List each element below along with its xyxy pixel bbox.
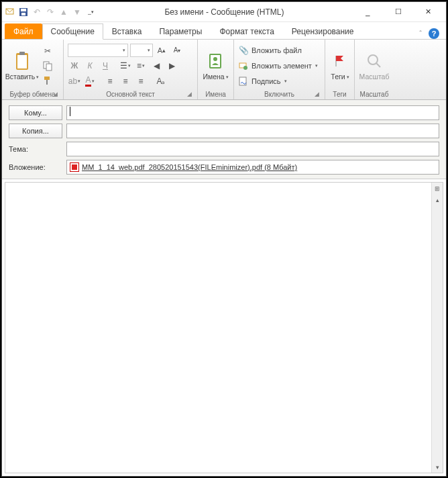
message-header-fields: Кому... Копия... Тема: Вложение: MM_1_14… [2, 100, 446, 179]
indent-left-icon[interactable]: ◀ [150, 59, 163, 73]
bullets-icon[interactable]: ☰▾ [119, 59, 132, 73]
attach-file-button[interactable]: 📎 Вложить файл [238, 44, 318, 57]
align-left-icon[interactable]: ≡ [103, 75, 117, 88]
clipboard-group-label: Буфер обмена [10, 91, 56, 98]
vertical-scrollbar[interactable]: ⊞ ▴ ▾ [431, 183, 443, 473]
cc-input[interactable] [66, 124, 439, 138]
attach-item-icon [238, 60, 249, 71]
group-basic-text: ▾ ▾ A▴ A▾ Ж К Ч ☰▾ ≡▾ ◀ ▶ [64, 40, 198, 99]
send-receive-icon[interactable] [5, 7, 15, 17]
svg-rect-2 [21, 9, 26, 11]
zoom-button[interactable]: Масштаб [359, 44, 390, 88]
group-include: 📎 Вложить файл Вложить элемент▾ Подпи [234, 40, 325, 99]
maximize-button[interactable]: ☐ [383, 3, 413, 21]
clipboard-icon [11, 50, 33, 72]
tab-message[interactable]: Сообщение [42, 23, 103, 40]
tab-insert[interactable]: Вставка [103, 23, 151, 39]
svg-rect-3 [21, 13, 25, 15]
paste-button[interactable]: Вставить▾ [6, 44, 38, 88]
svg-point-13 [213, 57, 217, 61]
minimize-ribbon-icon[interactable]: ˆ [415, 28, 426, 39]
subject-input[interactable] [66, 142, 439, 156]
minimize-button[interactable]: ⎯ [353, 3, 383, 21]
attachment-size: (8 Мбайт) [264, 163, 297, 171]
italic-icon[interactable]: К [83, 59, 97, 73]
clear-format-icon[interactable]: Aₐ [154, 75, 168, 88]
svg-point-17 [368, 55, 378, 64]
tab-file[interactable]: Файл [5, 23, 42, 39]
svg-rect-5 [17, 55, 27, 68]
attach-item-button[interactable]: Вложить элемент▾ [238, 59, 318, 73]
prev-icon[interactable]: ▲ [58, 7, 69, 17]
pdf-icon [70, 162, 79, 172]
shrink-font-icon[interactable]: A▾ [170, 44, 184, 57]
align-center-icon[interactable]: ≡ [119, 75, 132, 88]
indent-right-icon[interactable]: ▶ [165, 59, 178, 73]
tags-group-label: Теги [329, 90, 350, 99]
help-icon[interactable]: ? [429, 28, 439, 39]
grow-font-icon[interactable]: A▴ [155, 44, 168, 57]
message-body-wrap: ⊞ ▴ ▾ [5, 182, 443, 473]
undo-icon[interactable]: ↶ [32, 7, 42, 17]
window-controls: ⎯ ☐ ✕ [353, 3, 443, 21]
cut-icon[interactable]: ✂ [41, 44, 54, 58]
svg-point-15 [243, 66, 247, 70]
close-button[interactable]: ✕ [413, 3, 443, 21]
tab-options[interactable]: Параметры [150, 23, 211, 39]
attachment-label: Вложение: [9, 163, 62, 171]
to-button[interactable]: Кому... [9, 105, 62, 120]
svg-rect-6 [19, 52, 25, 55]
next-icon[interactable]: ▼ [72, 7, 82, 17]
basictext-dialog-launcher[interactable]: ◢ [185, 91, 193, 99]
save-icon[interactable] [18, 7, 29, 17]
qat-customize-icon[interactable]: ⎯▾ [85, 7, 96, 17]
format-painter-icon[interactable] [41, 74, 54, 87]
cc-button[interactable]: Копия... [9, 124, 62, 138]
include-group-label: Включить [264, 91, 294, 98]
font-size-combo[interactable]: ▾ [130, 44, 153, 57]
clipboard-dialog-launcher[interactable]: ◢ [51, 91, 59, 99]
group-clipboard: Вставить▾ ✂ Буфер обмена◢ [2, 40, 64, 99]
svg-rect-10 [46, 80, 48, 85]
align-right-icon[interactable]: ≡ [134, 75, 148, 88]
underline-icon[interactable]: Ч [99, 59, 112, 73]
svg-rect-8 [46, 64, 52, 70]
group-zoom: Масштаб Масштаб [355, 40, 394, 99]
basictext-group-label: Основной текст [106, 91, 155, 98]
magnifier-icon [363, 50, 385, 72]
zoom-group-label: Масштаб [359, 90, 390, 99]
address-book-button[interactable]: Имена▾ [202, 44, 229, 88]
numbering-icon[interactable]: ≡▾ [134, 59, 148, 73]
copy-icon[interactable] [41, 59, 54, 73]
tags-button[interactable]: Теги▾ [329, 44, 351, 88]
to-input[interactable] [66, 105, 439, 120]
tab-review[interactable]: Рецензирование [283, 23, 363, 39]
ribbon: Вставить▾ ✂ Буфер обмена◢ ▾ [2, 40, 446, 100]
flag-icon [329, 50, 351, 72]
font-color-icon[interactable]: A▾ [83, 75, 97, 88]
highlight-icon[interactable]: ab▾ [68, 75, 81, 88]
names-group-label: Имена [202, 90, 229, 99]
window-title: Без имени - Сообщение (HTML) [96, 7, 353, 17]
font-family-combo[interactable]: ▾ [68, 44, 128, 57]
options-pane-icon[interactable]: ⊞ [432, 183, 443, 194]
signature-button[interactable]: Подпись▾ [238, 75, 318, 88]
quick-access-toolbar: ↶ ↷ ▲ ▼ ⎯▾ [5, 7, 96, 17]
svg-line-18 [376, 63, 380, 67]
signature-icon [238, 76, 249, 87]
bold-icon[interactable]: Ж [68, 59, 81, 73]
include-dialog-launcher[interactable]: ◢ [313, 91, 321, 99]
scroll-up-icon[interactable]: ▴ [432, 194, 443, 205]
message-body-editor[interactable] [5, 183, 431, 473]
titlebar: ↶ ↷ ▲ ▼ ⎯▾ Без имени - Сообщение (HTML) … [2, 2, 446, 22]
redo-icon[interactable]: ↷ [45, 7, 56, 17]
address-book-icon [205, 50, 227, 72]
group-tags: Теги▾ Теги [325, 40, 355, 99]
attachment-box[interactable]: MM_1_14_web.pdf_280520151543(FILEminimiz… [66, 160, 439, 175]
svg-rect-9 [44, 77, 50, 80]
subject-label: Тема: [9, 145, 62, 153]
scroll-down-icon[interactable]: ▾ [432, 461, 443, 473]
tab-format[interactable]: Формат текста [211, 23, 282, 39]
attachment-name: MM_1_14_web.pdf_280520151543(FILEminimiz… [82, 163, 262, 171]
group-names: Имена▾ Имена [198, 40, 234, 99]
